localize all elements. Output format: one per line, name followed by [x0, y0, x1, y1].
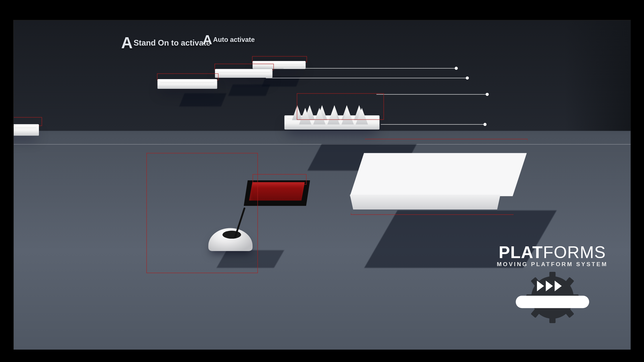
moving-platform[interactable] [157, 79, 217, 89]
platform-track [283, 68, 456, 68]
svg-rect-1 [549, 272, 555, 280]
letterbox-bar [631, 0, 644, 362]
bounding-box [297, 93, 384, 120]
letterbox-frame: AStand On to activate AAuto activate [0, 0, 644, 362]
gear-icon [515, 270, 590, 323]
platform-track [266, 78, 467, 78]
logo-title-right: FORMS [543, 243, 606, 261]
platform-track [376, 94, 487, 95]
trigger-volume [146, 153, 258, 273]
back-wall-corner [565, 20, 631, 131]
track-endpoint-icon [466, 76, 469, 79]
chevrons-icon [537, 281, 561, 291]
marker-a-icon: A [121, 34, 132, 52]
track-endpoint-icon [486, 93, 489, 96]
track-endpoint-icon [455, 67, 458, 70]
platform-track [381, 124, 485, 125]
label-auto-activate: AAuto activate [203, 30, 255, 45]
platform-shadow [179, 93, 226, 107]
svg-rect-2 [549, 315, 555, 323]
moving-platform[interactable] [215, 69, 272, 78]
logo-subtitle: MOVING PLATFORM SYSTEM [497, 261, 608, 267]
label-stand-on-text: Stand On to activate [133, 39, 211, 47]
logo-platform-bar [516, 296, 589, 308]
platform-shadow [262, 77, 300, 86]
marker-a-icon: A [203, 32, 212, 47]
label-stand-on: AStand On to activate [121, 31, 210, 49]
logo-title-left: PLAT [499, 243, 543, 261]
bounding-box [253, 174, 307, 185]
label-auto-text: Auto activate [213, 36, 255, 43]
game-screenshot: AStand On to activate AAuto activate [0, 0, 644, 362]
product-logo: PLATFORMS MOVING PLATFORM SYSTEM [497, 245, 608, 323]
bounding-box [351, 139, 528, 215]
track-endpoint-icon [483, 123, 486, 126]
logo-title: PLATFORMS [497, 245, 608, 260]
letterbox-bar [0, 350, 644, 362]
lever-cap [222, 231, 241, 239]
letterbox-bar [0, 0, 644, 20]
game-viewport[interactable]: AStand On to activate AAuto activate [13, 20, 631, 350]
letterbox-bar [0, 0, 13, 362]
moving-platform[interactable] [13, 124, 39, 136]
